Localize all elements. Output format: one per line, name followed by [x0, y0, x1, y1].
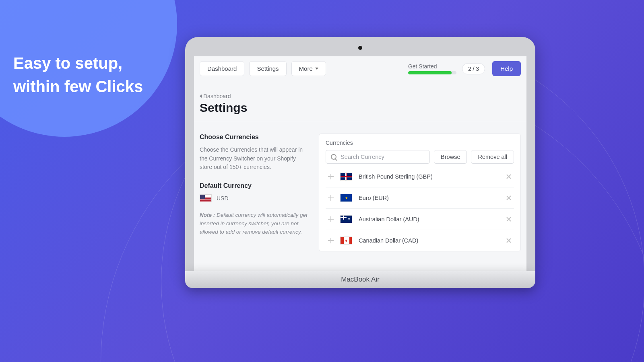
remove-icon[interactable] [506, 195, 512, 201]
page-title: Settings [194, 99, 526, 122]
currencies-label: Currencies [326, 140, 514, 146]
drag-handle-icon[interactable] [328, 195, 334, 201]
breadcrumb-label: Dashboard [203, 93, 231, 99]
drag-handle-icon[interactable] [328, 216, 334, 222]
browse-button[interactable]: Browse [434, 150, 467, 164]
choose-currencies-desc: Choose the Currencies that will appear i… [200, 146, 308, 172]
currency-row: ★ Euro (EUR) [326, 187, 514, 209]
currencies-card: Currencies Browse Remove all [319, 134, 521, 251]
ca-flag-icon [340, 237, 352, 245]
settings-button[interactable]: Settings [249, 61, 286, 76]
hero-line2: within few Clicks [13, 75, 143, 98]
more-button[interactable]: More [291, 61, 326, 76]
drag-handle-icon[interactable] [328, 174, 334, 179]
eu-flag-icon: ★ [340, 194, 352, 202]
chevron-down-icon [315, 68, 318, 70]
app-screen: Dashboard Settings More Get Started 2 / … [194, 56, 526, 271]
currency-name: Australian Dollar (AUD) [359, 216, 500, 222]
laptop-mockup: Dashboard Settings More Get Started 2 / … [185, 37, 535, 288]
get-started-progress[interactable]: Get Started [408, 63, 456, 74]
search-icon [331, 154, 336, 160]
breadcrumb[interactable]: Dashboard [200, 93, 231, 99]
au-flag-icon [340, 215, 352, 223]
currency-name: Euro (EUR) [359, 195, 500, 201]
currency-row: British Pound Sterling (GBP) [326, 166, 514, 187]
note-text: Note : Default currency will automatical… [200, 211, 308, 237]
step-counter: 2 / 3 [462, 63, 485, 74]
hero-line1: Easy to setup, [13, 51, 143, 75]
top-navigation: Dashboard Settings More Get Started 2 / … [194, 56, 526, 81]
currency-row: Canadian Dollar (CAD) [326, 230, 514, 251]
hero-headline: Easy to setup, within few Clicks [13, 51, 143, 98]
remove-icon[interactable] [506, 174, 512, 179]
default-currency-code: USD [217, 195, 229, 202]
dashboard-button[interactable]: Dashboard [200, 61, 244, 76]
get-started-label: Get Started [408, 63, 456, 70]
laptop-brand: MacBook Air [185, 271, 535, 288]
chevron-left-icon [200, 95, 202, 98]
more-label: More [299, 65, 313, 72]
help-button[interactable]: Help [492, 61, 521, 76]
currency-name: Canadian Dollar (CAD) [359, 237, 500, 244]
search-box[interactable] [326, 150, 430, 164]
remove-icon[interactable] [506, 216, 512, 222]
note-body: Default currency will automatically get … [200, 212, 308, 235]
camera-icon [358, 46, 362, 50]
note-label: Note : [200, 212, 215, 218]
choose-currencies-title: Choose Currencies [200, 134, 308, 141]
brand-b: Air [371, 276, 380, 284]
us-flag-icon [200, 194, 212, 202]
currency-row: Australian Dollar (AUD) [326, 209, 514, 230]
gb-flag-icon [340, 173, 352, 181]
default-currency-row: USD [200, 194, 308, 202]
currency-name: British Pound Sterling (GBP) [359, 173, 500, 180]
remove-all-button[interactable]: Remove all [471, 150, 514, 164]
remove-icon[interactable] [506, 238, 512, 243]
drag-handle-icon[interactable] [328, 238, 334, 243]
search-input[interactable] [341, 154, 425, 160]
default-currency-title: Default Currency [200, 182, 308, 189]
brand-a: MacBook [341, 276, 369, 284]
progress-bar [408, 71, 456, 74]
